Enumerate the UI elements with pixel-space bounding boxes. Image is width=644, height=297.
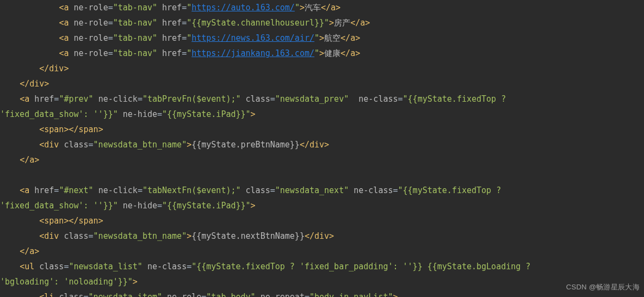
url-link[interactable]: https://jiankang.163.com/: [191, 48, 314, 58]
attr-name: href: [34, 94, 54, 104]
attr-name: ne-repeat: [261, 292, 305, 297]
attr-name: class: [246, 185, 270, 195]
string-literal: ": [187, 48, 191, 58]
string-literal: "{{myState.iPad}}": [162, 109, 251, 119]
string-literal: ": [187, 33, 191, 43]
string-literal: "{{myState.iPad}}": [162, 201, 251, 211]
code-editor[interactable]: <a ne-role="tab-nav" href="https://auto.…: [0, 0, 644, 297]
code-line[interactable]: <a ne-role="tab-nav" href="https://auto.…: [0, 0, 644, 15]
attr-name: ne-class: [358, 94, 398, 104]
tag-name: a: [350, 33, 355, 43]
string-literal: ": [295, 3, 300, 13]
code-line[interactable]: </a>: [0, 152, 644, 168]
attr-name: class: [64, 140, 88, 150]
tag-name: a: [350, 48, 355, 58]
tag-name: span: [44, 216, 64, 226]
code-line[interactable]: [0, 168, 644, 183]
attr-name: ne-class: [147, 262, 187, 271]
tag-name: span: [79, 216, 98, 226]
watermark-label: CSDN @畅游星辰大海: [566, 280, 640, 295]
string-literal: "newsdata_prev": [275, 94, 349, 104]
attr-name: href: [162, 33, 182, 43]
code-line[interactable]: <div class="newsdata_btn_name">{{myState…: [0, 137, 644, 152]
code-line[interactable]: <a ne-role="tab-nav" href="https://jiank…: [0, 46, 644, 61]
string-literal: "{{myState.fixedTop ?: [403, 94, 506, 104]
string-literal: ": [314, 33, 319, 43]
code-line[interactable]: </a>: [0, 244, 644, 259]
code-line[interactable]: <div class="newsdata_btn_name">{{myState…: [0, 228, 644, 244]
code-line[interactable]: <ul class="newsdata_list" ne-class="{{my…: [0, 259, 644, 274]
string-literal: "{{myState.fixedTop ?: [398, 185, 501, 195]
string-literal: "tab-nav": [113, 3, 157, 13]
string-literal: "tab-body": [206, 292, 255, 297]
code-line[interactable]: </div>: [0, 76, 644, 91]
string-literal: ": [314, 48, 319, 58]
attr-name: ne-role: [73, 3, 108, 13]
attr-name: ne-role: [167, 292, 201, 297]
string-literal: "#next": [59, 185, 93, 195]
attr-name: href: [162, 18, 182, 28]
tag-name: span: [44, 125, 64, 134]
tag-name: ul: [24, 262, 34, 271]
tag-name: a: [29, 155, 34, 165]
code-line[interactable]: <a href="#next" ne-click="tabNextFn($eve…: [0, 183, 644, 198]
tag-name: a: [360, 18, 365, 28]
string-literal: "{{myState.fixedTop ? 'fixed_bar_padding…: [191, 262, 530, 271]
code-line[interactable]: 'fixed_data_show': ''}}" ne-hide="{{mySt…: [0, 198, 644, 213]
string-literal: "#prev": [59, 94, 93, 104]
tag-name: div: [314, 231, 329, 241]
attr-name: class: [64, 231, 88, 241]
string-literal: "{{myState.channelhouseurl}}": [187, 18, 329, 28]
tag-name: a: [24, 185, 29, 195]
string-literal: "newsdata_next": [275, 185, 349, 195]
code-line[interactable]: </div>: [0, 61, 644, 76]
tag-name: li: [44, 292, 54, 297]
code-line[interactable]: <span></span>: [0, 213, 644, 228]
tag-name: a: [29, 246, 34, 256]
code-line[interactable]: <li class="newsdata_item" ne-role="tab-b…: [0, 289, 644, 297]
string-literal: "tabNextFn($event);": [143, 185, 241, 195]
string-literal: 'bgloading': 'noloading'}}": [0, 277, 133, 287]
string-literal: "tab-nav": [113, 48, 157, 58]
tag-name: div: [309, 140, 324, 150]
tag-name: div: [49, 64, 64, 73]
attr-name: ne-hide: [123, 109, 157, 119]
attr-name: href: [162, 48, 182, 58]
attr-name: ne-hide: [123, 201, 157, 211]
code-line[interactable]: <a ne-role="tab-nav" href="{{myState.cha…: [0, 15, 644, 30]
tag-name: div: [44, 140, 59, 150]
url-link[interactable]: https://news.163.com/air/: [191, 33, 314, 43]
string-literal: "body in navList": [309, 292, 393, 297]
string-literal: "tabPrevFn($event);": [143, 94, 241, 104]
attr-name: class: [59, 292, 83, 297]
attr-name: ne-role: [73, 48, 108, 58]
attr-name: class: [246, 94, 270, 104]
attr-name: ne-role: [73, 18, 108, 28]
attr-name: ne-class: [354, 185, 393, 195]
string-literal: ": [187, 3, 191, 13]
code-line[interactable]: <span></span>: [0, 122, 644, 137]
attr-name: href: [34, 185, 54, 195]
code-line[interactable]: 'bgloading': 'noloading'}}">: [0, 274, 644, 289]
tag-name: div: [29, 79, 44, 89]
string-literal: "newsdata_item": [89, 292, 162, 297]
string-literal: 'fixed_data_show': ''}}": [0, 109, 118, 119]
code-line[interactable]: 'fixed_data_show': ''}}" ne-hide="{{mySt…: [0, 107, 644, 122]
tag-name: a: [331, 3, 336, 13]
string-literal: "tab-nav": [113, 33, 157, 43]
attr-name: ne-role: [73, 33, 108, 43]
attr-name: ne-click: [98, 185, 138, 195]
string-literal: "newsdata_list": [69, 262, 142, 271]
url-link[interactable]: https://auto.163.com/: [191, 3, 295, 13]
string-literal: 'fixed_data_show': ''}}": [0, 201, 118, 211]
code-line[interactable]: <a href="#prev" ne-click="tabPrevFn($eve…: [0, 91, 644, 107]
string-literal: "newsdata_btn_name": [94, 231, 187, 241]
attr-name: ne-click: [98, 94, 138, 104]
tag-name: div: [44, 231, 59, 241]
tag-name: a: [24, 94, 29, 104]
code-line[interactable]: <a ne-role="tab-nav" href="https://news.…: [0, 30, 644, 46]
attr-name: class: [39, 262, 64, 271]
string-literal: "newsdata_btn_name": [94, 140, 187, 150]
tag-name: span: [79, 125, 98, 134]
string-literal: "tab-nav": [113, 18, 157, 28]
